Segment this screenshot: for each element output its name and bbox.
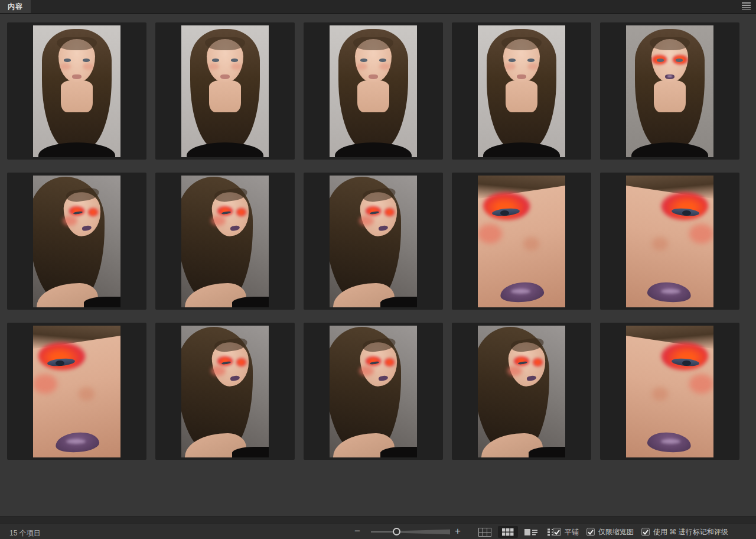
photo-art-shadeL — [661, 192, 708, 220]
photo-art-eyeR — [682, 210, 691, 216]
photo-art-eyeL — [212, 59, 219, 61]
photo-art-bangs — [501, 37, 542, 50]
zoom-slider-thumb[interactable] — [393, 528, 400, 535]
slider-track-wedge[interactable] — [400, 529, 450, 535]
photo-art-blushR — [652, 387, 668, 400]
checkbox[interactable] — [553, 528, 561, 536]
thumbnail-item[interactable] — [452, 22, 591, 160]
photo-art-lips — [72, 74, 82, 79]
thumbnail-item[interactable] — [304, 173, 443, 310]
thumbnail-item[interactable] — [304, 22, 443, 160]
photo-art-eyeR — [527, 59, 535, 61]
option-checkbox-item[interactable]: 仅限缩览图 — [586, 527, 634, 537]
photo-art-shadeR — [236, 358, 246, 366]
photo-art-eyeR — [676, 59, 683, 61]
photo-art-blushL — [505, 63, 516, 70]
checkbox-group: 平铺 仅限缩览图 使用 ⌘ 进行标记和评级 — [553, 524, 728, 539]
photo-thumbnail — [33, 326, 120, 457]
thumbnail-item[interactable] — [600, 22, 739, 160]
photo-art-eyeL — [360, 59, 367, 61]
photo-art-gloss — [667, 75, 673, 77]
photo-art-chest — [506, 80, 537, 112]
photo-art-gloss — [661, 289, 680, 294]
grid-lock-view-button[interactable] — [475, 526, 495, 538]
photo-thumbnail — [330, 25, 417, 157]
photo-art-blushL — [689, 224, 713, 243]
check-icon — [643, 529, 649, 535]
photo-thumbnail — [626, 176, 713, 307]
photo-art-eyeR — [682, 361, 691, 366]
photo-art-eyeL — [64, 59, 71, 61]
zoom-in-button[interactable]: + — [455, 525, 461, 537]
photo-art-blushR — [523, 237, 539, 250]
grid-lock-icon — [478, 528, 491, 537]
photo-thumbnail — [181, 326, 269, 457]
photo-art-gloss — [661, 439, 680, 444]
photo-thumbnail — [330, 176, 417, 307]
zoom-out-button[interactable]: − — [354, 525, 360, 537]
thumbnail-item[interactable] — [7, 22, 146, 160]
option-checkbox-item[interactable]: 使用 ⌘ 进行标记和评级 — [641, 527, 728, 537]
photo-art-lips — [220, 74, 230, 79]
photo-art-eyeR — [56, 361, 64, 366]
photo-art-shadeR — [88, 208, 97, 216]
checkbox-label: 平铺 — [565, 527, 579, 537]
thumbnail-item[interactable] — [600, 173, 739, 310]
photo-art-bangs — [57, 37, 97, 50]
photo-art-blushL — [357, 63, 367, 70]
thumbnail-item[interactable] — [600, 323, 739, 460]
photo-art-eyeR — [231, 59, 238, 61]
details-view-icon — [524, 528, 537, 536]
checkbox-label: 仅限缩览图 — [598, 527, 634, 537]
checkbox[interactable] — [586, 528, 595, 536]
checkbox[interactable] — [641, 528, 650, 536]
photo-art-eyeR — [500, 210, 509, 216]
details-view-button[interactable] — [521, 526, 541, 538]
photo-art-shadeL — [661, 342, 708, 370]
thumbnail-item[interactable] — [7, 173, 146, 310]
photo-art-blushL — [208, 63, 219, 70]
thumbnail-item[interactable] — [304, 323, 443, 460]
photo-thumbnail — [626, 326, 713, 457]
status-bar: 15 个项目 − + — [0, 524, 756, 539]
photo-art-chest — [357, 80, 389, 112]
check-icon — [554, 529, 560, 535]
photo-art-shadeR — [384, 208, 394, 216]
thumbnail-view-button[interactable] — [498, 526, 518, 538]
photo-art-bangs — [205, 37, 245, 50]
photo-art-blushL — [689, 374, 713, 394]
thumbnail-item[interactable] — [155, 173, 295, 310]
option-checkbox-item[interactable]: 平铺 — [553, 527, 579, 537]
thumbnail-item[interactable] — [155, 22, 295, 160]
thumbnail-item[interactable] — [155, 323, 295, 460]
photo-thumbnail — [478, 25, 565, 157]
panel-tab-bar: 内容 — [0, 0, 756, 14]
thumbnail-size-slider: − + — [353, 524, 471, 539]
thumbnail-item[interactable] — [452, 323, 591, 460]
photo-art-shadeR — [384, 358, 394, 366]
photo-art-chest — [654, 80, 685, 112]
content-panel — [0, 14, 756, 516]
photo-thumbnail — [33, 25, 120, 157]
photo-thumbnail — [478, 176, 565, 307]
photo-art-blushR — [652, 237, 668, 250]
horizontal-scrollbar-track[interactable] — [0, 516, 756, 524]
view-mode-buttons — [475, 526, 564, 538]
tab-content[interactable]: 内容 — [0, 0, 31, 13]
tab-content-label: 内容 — [8, 2, 23, 12]
thumbnail-item[interactable] — [7, 323, 146, 460]
thumbnail-item[interactable] — [452, 173, 591, 310]
photo-art-lips — [369, 74, 378, 79]
photo-art-blushL — [60, 63, 71, 70]
checkbox-label: 使用 ⌘ 进行标记和评级 — [653, 527, 728, 537]
photo-thumbnail — [626, 25, 713, 157]
item-count-label: 15 个项目 — [9, 528, 41, 538]
photo-art-eyeR — [83, 59, 90, 61]
thumbnail-grid-icon — [502, 528, 514, 536]
photo-thumbnail — [330, 326, 417, 457]
photo-art-chest — [61, 80, 92, 112]
photo-thumbnail — [181, 25, 269, 157]
photo-art-eyeL — [657, 59, 664, 61]
slider-track-line[interactable] — [371, 531, 396, 532]
panel-menu-icon[interactable] — [742, 2, 751, 11]
